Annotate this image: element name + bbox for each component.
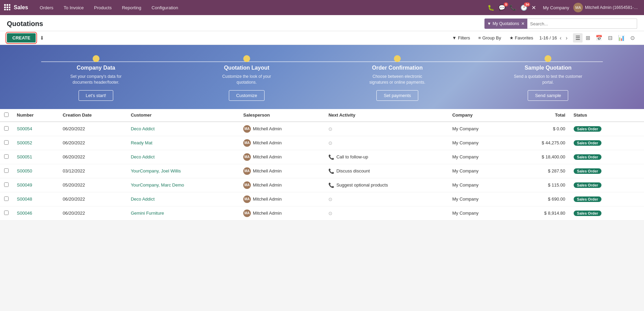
col-total[interactable]: Total [511,109,569,122]
row-date: 06/20/2022 [59,150,127,164]
pager-prev-btn[interactable]: ‹ [558,34,563,42]
col-customer[interactable]: Customer [127,109,239,122]
row-checkbox[interactable] [4,168,9,173]
row-status: Sales Order [570,150,636,164]
row-menu [636,178,644,192]
row-activity[interactable]: ⊙ [324,122,448,136]
row-customer[interactable]: YourCompany, Marc Demo [127,178,239,192]
view-chart-btn[interactable]: 📊 [616,33,627,43]
row-activity[interactable]: ⊙ [324,136,448,150]
menu-products[interactable]: Products [89,3,116,12]
brand-name[interactable]: Sales [14,4,28,11]
row-customer[interactable]: YourCompany, Joel Willis [127,164,239,178]
row-customer[interactable]: Deco Addict [127,122,239,136]
menu-reporting[interactable]: Reporting [117,3,146,12]
table-row: S00051 06/20/2022 Deco Addict MA Mitchel… [0,150,644,164]
messages-icon[interactable]: 💬5 [499,4,505,11]
row-menu [636,136,644,150]
table-row: S00048 06/20/2022 Deco Addict MA Mitchel… [0,192,644,206]
user-name: Mitchell Admin (16654581-saas-15-1a... [585,5,640,10]
menu-to-invoice[interactable]: To Invoice [59,3,89,12]
row-activity[interactable]: 📞 Discuss discount [324,164,448,178]
status-badge: Sales Order [574,196,602,202]
row-customer[interactable]: Ready Mat [127,136,239,150]
row-checkbox-cell[interactable] [0,178,13,192]
close-icon[interactable]: ✕ [531,4,536,11]
row-date: 06/20/2022 [59,136,127,150]
row-number[interactable]: S00048 [13,192,59,206]
pager-next-btn[interactable]: › [564,34,569,42]
view-activity-btn[interactable]: ⊙ [628,33,637,43]
row-checkbox-cell[interactable] [0,136,13,150]
apps-grid-icon[interactable] [4,4,10,11]
table-row: S00049 05/20/2022 YourCompany, Marc Demo… [0,178,644,192]
row-status: Sales Order [570,164,636,178]
step-3-dot [394,55,401,62]
row-checkbox[interactable] [4,126,9,131]
row-activity[interactable]: ⊙ [324,206,448,220]
filter-remove-btn[interactable]: ✕ [521,21,525,26]
row-number[interactable]: S00054 [13,122,59,136]
row-menu [636,122,644,136]
row-total: $ 8,914.80 [511,206,569,220]
row-date: 06/20/2022 [59,192,127,206]
col-company[interactable]: Company [448,109,511,122]
row-activity[interactable]: 📞 Call to follow-up [324,150,448,164]
row-number[interactable]: S00050 [13,164,59,178]
col-status[interactable]: Status [570,109,636,122]
row-checkbox[interactable] [4,196,9,201]
step-1-btn[interactable]: Let's start! [79,90,114,101]
row-customer[interactable]: Deco Addict [127,150,239,164]
top-navigation: Sales Orders To Invoice Products Reporti… [0,0,644,15]
row-checkbox-cell[interactable] [0,206,13,220]
row-number[interactable]: S00051 [13,150,59,164]
row-activity[interactable]: ⊙ [324,192,448,206]
view-calendar-btn[interactable]: 📅 [593,33,605,43]
row-salesperson: MA Mitchell Admin [239,192,324,206]
status-badge: Sales Order [574,126,602,132]
menu-configuration[interactable]: Configuration [147,3,183,12]
clock-icon[interactable]: 🕐34 [520,4,527,11]
create-button[interactable]: CREATE [7,33,36,43]
row-checkbox-cell[interactable] [0,150,13,164]
row-number[interactable]: S00052 [13,136,59,150]
col-next-activity[interactable]: Next Activity [324,109,448,122]
row-checkbox-cell[interactable] [0,122,13,136]
col-salesperson[interactable]: Salesperson [239,109,324,122]
favorites-btn[interactable]: ★ Favorites [507,34,535,42]
group-by-btn[interactable]: ≡ Group By [476,34,503,42]
step-2-btn[interactable]: Customize [229,90,264,101]
download-icon[interactable]: ⬇ [40,35,44,41]
row-customer[interactable]: Deco Addict [127,192,239,206]
clock-badge: 34 [524,2,530,7]
phone-icon[interactable]: 📞 [510,4,516,11]
search-input[interactable] [527,19,637,29]
row-checkbox-cell[interactable] [0,192,13,206]
step-1-desc: Set your company's data for documents he… [62,74,130,85]
col-number[interactable]: Number [13,109,59,122]
step-3-btn[interactable]: Set payments [376,90,418,101]
step-4-btn[interactable]: Send sample [528,90,568,101]
svg-rect-7 [7,9,8,10]
menu-orders[interactable]: Orders [35,3,58,12]
row-checkbox[interactable] [4,154,9,159]
row-number[interactable]: S00049 [13,178,59,192]
user-menu[interactable]: MA Mitchell Admin (16654581-saas-15-1a..… [573,3,640,12]
row-activity[interactable]: 📞 Suggest optional products [324,178,448,192]
col-creation-date[interactable]: Creation Date [59,109,127,122]
row-checkbox[interactable] [4,211,9,215]
group-by-icon: ≡ [478,35,481,40]
row-number[interactable]: S00046 [13,206,59,220]
view-kanban-btn[interactable]: ⊞ [583,33,593,43]
filters-btn[interactable]: ▼ Filters [450,34,472,42]
row-customer[interactable]: Gemini Furniture [127,206,239,220]
view-pivot-btn[interactable]: ⊟ [606,33,615,43]
select-all-checkbox[interactable] [4,112,9,117]
row-checkbox-cell[interactable] [0,164,13,178]
select-all-header[interactable] [0,109,13,122]
view-list-btn[interactable]: ☰ [573,33,583,43]
pager-range: 1-16 / 16 [539,35,557,40]
bug-icon[interactable]: 🐛 [488,4,494,11]
row-checkbox[interactable] [4,182,9,187]
row-checkbox[interactable] [4,140,9,145]
